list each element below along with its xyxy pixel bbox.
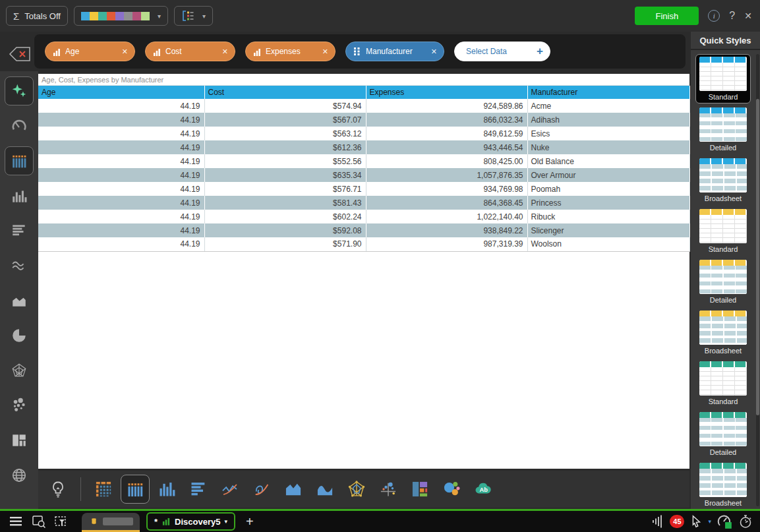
grid-cell[interactable]: 924,589.86 [366, 99, 527, 113]
subtype-area-chart[interactable] [279, 475, 308, 504]
grid-cell[interactable]: $552.56 [204, 154, 366, 168]
chip-age[interactable]: Age ✕ [45, 42, 135, 61]
sidebar-item-pie-chart[interactable] [5, 321, 34, 350]
subtype-column-chart[interactable] [152, 475, 181, 504]
subtype-scatter-chart[interactable] [374, 475, 403, 504]
table-row[interactable]: 44.19$635.341,057,876.35Over Armour [38, 168, 689, 182]
subtype-bubble-chart[interactable] [437, 475, 466, 504]
grid-cell[interactable]: Woolson [527, 237, 689, 251]
grid-cell[interactable]: $612.36 [204, 140, 366, 154]
sidebar-item-scatter-chart[interactable] [5, 391, 34, 420]
table-row[interactable]: 44.19$602.241,022,140.40Ribuck [38, 210, 689, 223]
sidebar-item-column-chart[interactable] [5, 181, 34, 210]
chip-cost[interactable]: Cost ✕ [145, 42, 235, 61]
grid-cell[interactable]: 44.19 [38, 154, 204, 168]
quick-style-blue-standard[interactable]: Standard [695, 54, 751, 103]
grid-cell[interactable]: 44.19 [38, 168, 204, 182]
subtype-radar-chart[interactable] [342, 475, 371, 504]
subtype-word-cloud[interactable]: Ab [469, 475, 498, 504]
sidebar-item-area-chart[interactable] [5, 286, 34, 315]
table-row[interactable]: 44.19$571.90987,319.39Woolson [38, 237, 689, 251]
table-row[interactable]: 44.19$581.43864,368.45Princess [38, 196, 689, 210]
sidebar-item-treemap[interactable] [5, 426, 34, 455]
subtype-line-chart[interactable] [216, 475, 245, 504]
grid-cell[interactable]: Acme [527, 99, 689, 113]
subtype-treemap[interactable] [405, 475, 434, 504]
selection-tool-button[interactable] [52, 513, 71, 530]
col-header-age[interactable]: Age [38, 86, 204, 99]
scrollbar-thumb[interactable] [756, 99, 759, 415]
color-palette-dropdown[interactable]: ▾ [74, 6, 168, 26]
grid-cell[interactable]: 44.19 [38, 196, 204, 210]
grid-cell[interactable]: Esics [527, 127, 689, 140]
chip-manufacturer[interactable]: Manufacturer ✕ [345, 42, 444, 61]
table-row[interactable]: 44.19$567.07866,032.34Adihash [38, 113, 689, 127]
grid-cell[interactable]: 44.19 [38, 223, 204, 237]
quick-styles-scrollbar[interactable] [756, 54, 759, 506]
grid-cell[interactable]: Old Balance [527, 154, 689, 168]
grid-cell[interactable]: Poomah [527, 182, 689, 196]
col-header-expenses[interactable]: Expenses [366, 86, 527, 99]
table-row[interactable]: 44.19$612.36943,446.54Nuke [38, 140, 689, 154]
quick-style-yellow-broadsheet[interactable]: Broadsheet [695, 308, 751, 357]
tab-discovery5[interactable]: * Discovery5 ▾ [146, 512, 235, 531]
close-icon[interactable]: ✕ [744, 11, 752, 21]
sidebar-item-line-chart[interactable] [5, 251, 34, 280]
chevron-down-icon[interactable]: ▾ [708, 518, 711, 525]
sidebar-item-gauge[interactable] [5, 111, 34, 140]
add-icon[interactable]: + [537, 45, 543, 58]
quick-style-teal-broadsheet[interactable]: Broadsheet [695, 460, 751, 509]
subtype-pivot-grid[interactable] [89, 475, 118, 504]
table-row[interactable]: 44.19$574.94924,589.86Acme [38, 99, 689, 113]
grid-cell[interactable]: $567.07 [204, 113, 366, 127]
grid-cell[interactable]: 934,769.98 [366, 182, 527, 196]
subtype-bar-chart[interactable] [184, 475, 213, 504]
grid-cell[interactable]: $576.71 [204, 182, 366, 196]
open-discovery-button[interactable] [30, 513, 48, 530]
quick-style-teal-detailed[interactable]: Detailed [695, 409, 751, 459]
grid-cell[interactable]: $602.24 [204, 210, 366, 223]
performance-gauge-icon[interactable] [716, 513, 733, 530]
help-icon[interactable]: ? [729, 10, 735, 22]
grid-cell[interactable]: Adihash [527, 113, 689, 127]
sidebar-item-smart-recommend[interactable] [5, 76, 34, 105]
clear-query-button[interactable] [7, 44, 33, 65]
grid-cell[interactable]: 44.19 [38, 182, 204, 196]
grid-cell[interactable]: Princess [527, 196, 689, 210]
grid-cell[interactable]: 849,612.59 [366, 127, 527, 140]
table-row[interactable]: 44.19$552.56808,425.00Old Balance [38, 154, 689, 168]
quick-style-teal-standard[interactable]: Standard [695, 359, 751, 408]
grid-cell[interactable]: Over Armour [527, 168, 689, 182]
close-icon[interactable]: ✕ [431, 47, 437, 56]
select-data-chip[interactable]: Select Data + [454, 42, 550, 61]
grid-cell[interactable]: 943,446.54 [366, 140, 527, 154]
chip-expenses[interactable]: Expenses ✕ [245, 42, 336, 61]
new-tab-button[interactable]: + [246, 515, 254, 528]
cursor-icon[interactable] [689, 514, 703, 529]
col-header-cost[interactable]: Cost [204, 86, 366, 99]
notifications-badge[interactable]: 45 [670, 515, 684, 528]
datasource-tab[interactable] [82, 513, 140, 532]
grid-cell[interactable]: 44.19 [38, 113, 204, 127]
info-icon[interactable]: i [708, 10, 720, 22]
grid-cell[interactable]: $581.43 [204, 196, 366, 210]
grid-cell[interactable]: Ribuck [527, 210, 689, 223]
grid-cell[interactable]: $563.12 [204, 127, 366, 140]
close-icon[interactable]: ✕ [322, 47, 328, 56]
grid-cell[interactable]: Nuke [527, 140, 689, 154]
grid-cell[interactable]: $635.34 [204, 168, 366, 182]
quick-style-yellow-standard[interactable]: Standard [695, 206, 751, 256]
finish-button[interactable]: Finish [635, 7, 699, 25]
grid-cell[interactable]: 808,425.00 [366, 154, 527, 168]
sidebar-item-bar-chart[interactable] [5, 216, 34, 245]
table-row[interactable]: 44.19$563.12849,612.59Esics [38, 127, 689, 140]
quick-style-blue-detailed[interactable]: Detailed [695, 105, 751, 154]
grid-cell[interactable]: 44.19 [38, 140, 204, 154]
prism-icon[interactable] [649, 514, 665, 529]
legend-format-dropdown[interactable]: ▾ [174, 6, 213, 26]
grid-cell[interactable]: 44.19 [38, 127, 204, 140]
quick-style-yellow-detailed[interactable]: Detailed [695, 257, 751, 307]
sidebar-item-map[interactable] [5, 461, 34, 490]
grid-cell[interactable]: 44.19 [38, 237, 204, 251]
stopwatch-icon[interactable] [738, 514, 753, 529]
